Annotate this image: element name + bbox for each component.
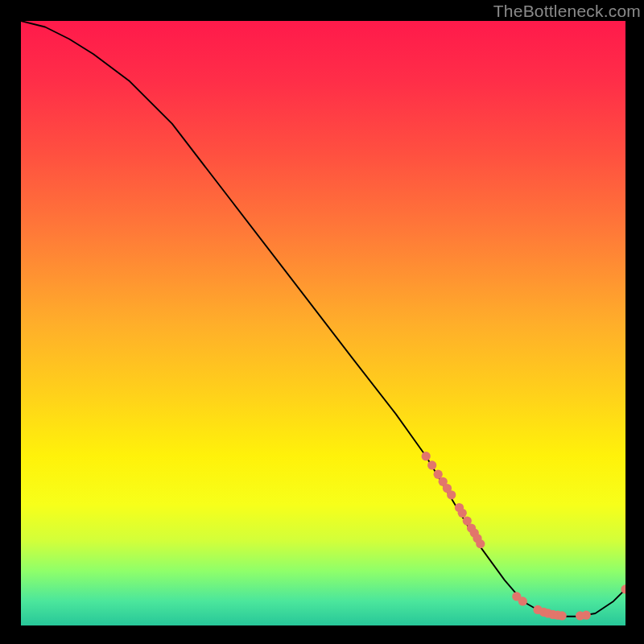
curve-marker [447, 490, 456, 499]
bottleneck-curve [21, 21, 625, 617]
curve-marker [427, 460, 436, 469]
curve-marker [422, 452, 431, 460]
watermark-text: TheBottleneck.com [493, 2, 641, 21]
curve-marker [558, 611, 567, 620]
curve-marker [476, 539, 485, 548]
curve-layer [21, 21, 625, 625]
curve-marker [582, 611, 591, 620]
chart-stage: TheBottleneck.com [0, 0, 644, 644]
curve-marker [518, 597, 527, 605]
plot-area [21, 21, 625, 625]
curve-marker [458, 509, 467, 518]
curve-markers [422, 452, 625, 621]
